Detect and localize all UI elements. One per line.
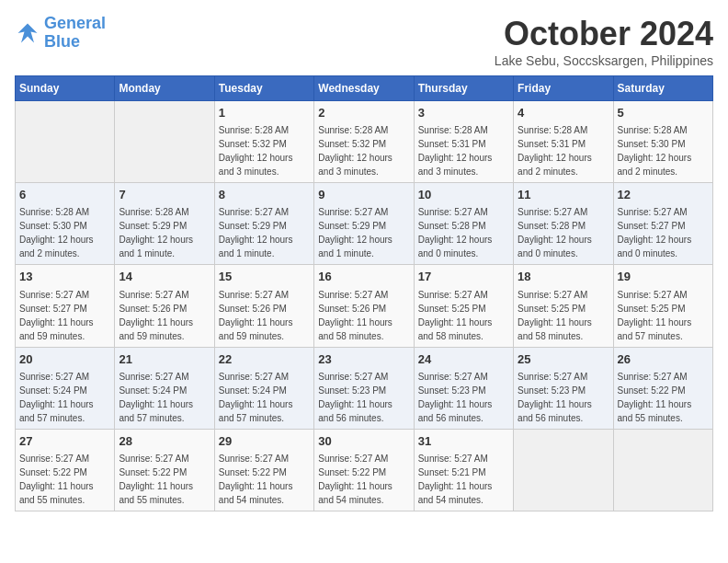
header-cell-thursday: Thursday (414, 76, 513, 101)
day-number: 27 (19, 433, 110, 450)
day-info: Sunrise: 5:28 AM Sunset: 5:30 PM Dayligh… (618, 123, 709, 178)
day-info: Sunrise: 5:28 AM Sunset: 5:32 PM Dayligh… (219, 123, 310, 178)
day-info: Sunrise: 5:27 AM Sunset: 5:22 PM Dayligh… (119, 452, 210, 507)
day-info: Sunrise: 5:27 AM Sunset: 5:27 PM Dayligh… (19, 288, 110, 343)
calendar-cell: 24Sunrise: 5:27 AM Sunset: 5:23 PM Dayli… (414, 347, 513, 429)
day-info: Sunrise: 5:27 AM Sunset: 5:22 PM Dayligh… (19, 452, 110, 507)
calendar-cell: 10Sunrise: 5:27 AM Sunset: 5:28 PM Dayli… (414, 183, 513, 265)
day-info: Sunrise: 5:27 AM Sunset: 5:24 PM Dayligh… (219, 370, 310, 425)
day-info: Sunrise: 5:27 AM Sunset: 5:23 PM Dayligh… (318, 370, 409, 425)
calendar-cell: 28Sunrise: 5:27 AM Sunset: 5:22 PM Dayli… (115, 429, 214, 511)
day-number: 22 (219, 351, 310, 368)
logo-icon (15, 20, 40, 46)
calendar-cell: 6Sunrise: 5:28 AM Sunset: 5:30 PM Daylig… (16, 183, 115, 265)
header-cell-wednesday: Wednesday (314, 76, 414, 101)
day-info: Sunrise: 5:27 AM Sunset: 5:21 PM Dayligh… (418, 452, 509, 507)
calendar-cell (514, 429, 613, 511)
calendar-cell: 2Sunrise: 5:28 AM Sunset: 5:32 PM Daylig… (314, 101, 414, 183)
calendar-cell: 3Sunrise: 5:28 AM Sunset: 5:31 PM Daylig… (414, 101, 513, 183)
calendar-cell (613, 429, 712, 511)
day-info: Sunrise: 5:27 AM Sunset: 5:25 PM Dayligh… (618, 288, 709, 343)
svg-marker-0 (18, 23, 38, 42)
page-header: General Blue October 2024 Lake Sebu, Soc… (15, 15, 713, 68)
header-cell-tuesday: Tuesday (214, 76, 313, 101)
day-info: Sunrise: 5:27 AM Sunset: 5:25 PM Dayligh… (418, 288, 509, 343)
day-number: 4 (518, 105, 609, 121)
day-info: Sunrise: 5:28 AM Sunset: 5:29 PM Dayligh… (119, 205, 210, 260)
calendar-cell: 27Sunrise: 5:27 AM Sunset: 5:22 PM Dayli… (16, 429, 115, 511)
header-row: SundayMondayTuesdayWednesdayThursdayFrid… (16, 76, 713, 101)
calendar-week-row: 27Sunrise: 5:27 AM Sunset: 5:22 PM Dayli… (16, 429, 713, 511)
day-info: Sunrise: 5:28 AM Sunset: 5:31 PM Dayligh… (518, 123, 609, 178)
day-number: 28 (119, 433, 210, 450)
day-number: 24 (418, 351, 509, 368)
header-cell-monday: Monday (115, 76, 214, 101)
day-info: Sunrise: 5:27 AM Sunset: 5:24 PM Dayligh… (119, 370, 210, 425)
day-info: Sunrise: 5:27 AM Sunset: 5:26 PM Dayligh… (318, 288, 409, 343)
day-number: 23 (318, 351, 409, 368)
logo-line2: Blue (44, 32, 80, 51)
location-subtitle: Lake Sebu, Soccsksargen, Philippines (495, 53, 713, 68)
calendar-cell: 16Sunrise: 5:27 AM Sunset: 5:26 PM Dayli… (314, 265, 414, 347)
day-number: 8 (219, 187, 310, 203)
calendar-cell: 12Sunrise: 5:27 AM Sunset: 5:27 PM Dayli… (613, 183, 712, 265)
day-number: 12 (618, 187, 709, 203)
logo-line1: General (44, 14, 106, 32)
calendar-cell (16, 101, 115, 183)
day-number: 17 (418, 269, 509, 285)
day-info: Sunrise: 5:27 AM Sunset: 5:28 PM Dayligh… (418, 205, 509, 260)
calendar-cell: 30Sunrise: 5:27 AM Sunset: 5:22 PM Dayli… (314, 429, 414, 511)
day-number: 29 (219, 433, 310, 450)
day-info: Sunrise: 5:27 AM Sunset: 5:27 PM Dayligh… (618, 205, 709, 260)
day-number: 9 (318, 187, 409, 203)
calendar-cell: 9Sunrise: 5:27 AM Sunset: 5:29 PM Daylig… (314, 183, 414, 265)
logo: General Blue (15, 15, 106, 52)
day-number: 3 (418, 105, 509, 121)
day-number: 15 (219, 269, 310, 285)
title-section: October 2024 Lake Sebu, Soccsksargen, Ph… (495, 15, 713, 68)
calendar-cell: 17Sunrise: 5:27 AM Sunset: 5:25 PM Dayli… (414, 265, 513, 347)
calendar-cell: 1Sunrise: 5:28 AM Sunset: 5:32 PM Daylig… (214, 101, 313, 183)
day-info: Sunrise: 5:28 AM Sunset: 5:32 PM Dayligh… (318, 123, 409, 178)
calendar-cell: 29Sunrise: 5:27 AM Sunset: 5:22 PM Dayli… (214, 429, 313, 511)
day-info: Sunrise: 5:27 AM Sunset: 5:23 PM Dayligh… (518, 370, 609, 425)
day-info: Sunrise: 5:27 AM Sunset: 5:29 PM Dayligh… (219, 205, 310, 260)
day-info: Sunrise: 5:27 AM Sunset: 5:26 PM Dayligh… (119, 288, 210, 343)
calendar-cell: 21Sunrise: 5:27 AM Sunset: 5:24 PM Dayli… (115, 347, 214, 429)
day-number: 13 (19, 269, 110, 285)
calendar-cell: 31Sunrise: 5:27 AM Sunset: 5:21 PM Dayli… (414, 429, 513, 511)
calendar-cell: 25Sunrise: 5:27 AM Sunset: 5:23 PM Dayli… (514, 347, 613, 429)
day-info: Sunrise: 5:27 AM Sunset: 5:28 PM Dayligh… (518, 205, 609, 260)
day-number: 26 (618, 351, 709, 368)
day-number: 7 (119, 187, 210, 203)
calendar-week-row: 20Sunrise: 5:27 AM Sunset: 5:24 PM Dayli… (16, 347, 713, 429)
day-number: 18 (518, 269, 609, 285)
header-cell-sunday: Sunday (16, 76, 115, 101)
calendar-week-row: 13Sunrise: 5:27 AM Sunset: 5:27 PM Dayli… (16, 265, 713, 347)
calendar-cell: 23Sunrise: 5:27 AM Sunset: 5:23 PM Dayli… (314, 347, 414, 429)
day-info: Sunrise: 5:27 AM Sunset: 5:22 PM Dayligh… (219, 452, 310, 507)
day-number: 6 (19, 187, 110, 203)
calendar-cell: 22Sunrise: 5:27 AM Sunset: 5:24 PM Dayli… (214, 347, 313, 429)
day-info: Sunrise: 5:27 AM Sunset: 5:23 PM Dayligh… (418, 370, 509, 425)
calendar-cell: 26Sunrise: 5:27 AM Sunset: 5:22 PM Dayli… (613, 347, 712, 429)
header-cell-saturday: Saturday (613, 76, 712, 101)
day-info: Sunrise: 5:28 AM Sunset: 5:31 PM Dayligh… (418, 123, 509, 178)
logo-text: General Blue (44, 15, 106, 52)
calendar-week-row: 6Sunrise: 5:28 AM Sunset: 5:30 PM Daylig… (16, 183, 713, 265)
day-info: Sunrise: 5:27 AM Sunset: 5:24 PM Dayligh… (19, 370, 110, 425)
calendar-cell: 15Sunrise: 5:27 AM Sunset: 5:26 PM Dayli… (214, 265, 313, 347)
day-number: 1 (219, 105, 310, 121)
day-number: 21 (119, 351, 210, 368)
calendar-week-row: 1Sunrise: 5:28 AM Sunset: 5:32 PM Daylig… (16, 101, 713, 183)
day-number: 19 (618, 269, 709, 285)
day-number: 16 (318, 269, 409, 285)
day-info: Sunrise: 5:27 AM Sunset: 5:22 PM Dayligh… (618, 370, 709, 425)
day-info: Sunrise: 5:27 AM Sunset: 5:26 PM Dayligh… (219, 288, 310, 343)
calendar-cell: 20Sunrise: 5:27 AM Sunset: 5:24 PM Dayli… (16, 347, 115, 429)
day-number: 2 (318, 105, 409, 121)
calendar-cell: 19Sunrise: 5:27 AM Sunset: 5:25 PM Dayli… (613, 265, 712, 347)
day-number: 10 (418, 187, 509, 203)
calendar-cell: 18Sunrise: 5:27 AM Sunset: 5:25 PM Dayli… (514, 265, 613, 347)
calendar-cell: 7Sunrise: 5:28 AM Sunset: 5:29 PM Daylig… (115, 183, 214, 265)
